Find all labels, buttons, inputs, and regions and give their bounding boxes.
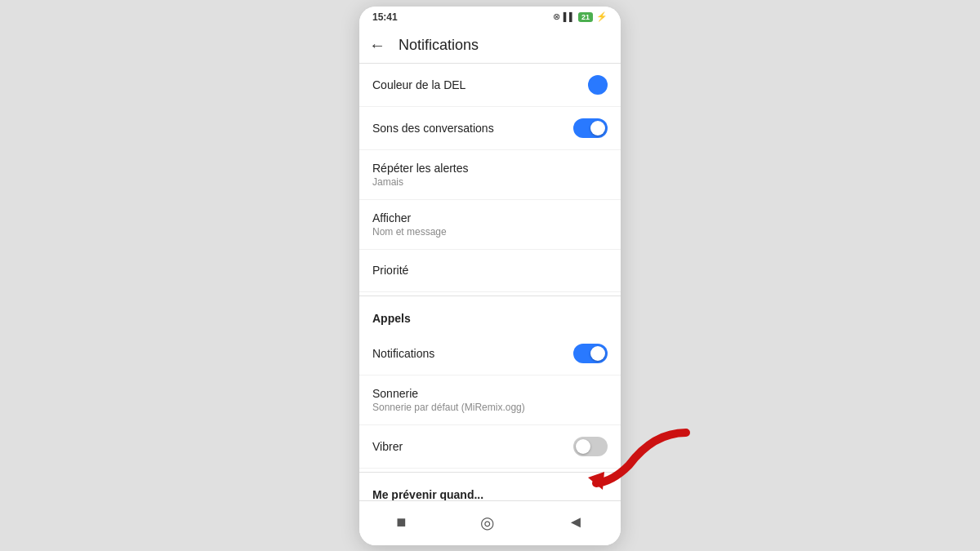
toggle-notifications-appels[interactable] — [573, 344, 608, 363]
settings-content: Couleur de la DEL Sons des conversations — [359, 64, 621, 500]
setting-afficher[interactable]: Afficher Nom et message — [359, 200, 621, 250]
header: ← Notifications — [359, 28, 621, 64]
toggle-sons-slider — [573, 118, 608, 138]
nav-back-button[interactable]: ◄ — [561, 509, 590, 535]
setting-priorite[interactable]: Priorité — [359, 250, 621, 292]
page-title: Notifications — [399, 37, 479, 54]
setting-label-sonnerie: Sonnerie — [372, 387, 608, 400]
setting-label-afficher: Afficher — [372, 211, 608, 224]
setting-sublabel-sonnerie: Sonnerie par défaut (MiRemix.ogg) — [372, 402, 608, 413]
mute-icon: ⊗ — [553, 11, 560, 22]
nav-home-button[interactable]: ◎ — [474, 509, 501, 535]
setting-label-priorite: Priorité — [372, 264, 608, 277]
setting-sublabel-repeter: Jamais — [372, 176, 608, 188]
setting-label-notifications-appels: Notifications — [372, 347, 573, 360]
signal-bars-icon: ▌▌ — [564, 12, 575, 21]
setting-sublabel-afficher: Nom et message — [372, 226, 608, 238]
section-label-prevenir: Me prévenir quand... — [372, 488, 483, 500]
setting-label-sons: Sons des conversations — [372, 122, 573, 135]
setting-label-vibrer: Vibrer — [372, 440, 573, 453]
status-time: 15:41 — [372, 11, 398, 23]
battery-indicator: 21 — [578, 12, 593, 22]
status-icons: ⊗ ▌▌ 21 ⚡ — [553, 11, 608, 22]
back-button[interactable]: ← — [369, 36, 385, 55]
setting-repeter-alertes[interactable]: Répéter les alertes Jamais — [359, 150, 621, 200]
section-divider-appels — [359, 295, 621, 296]
setting-label-repeter: Répéter les alertes — [372, 162, 608, 175]
section-header-prevenir: Me prévenir quand... — [359, 476, 621, 500]
nav-square-button[interactable]: ■ — [390, 509, 412, 535]
section-divider-prevenir — [359, 472, 621, 473]
settings-list: Couleur de la DEL Sons des conversations — [359, 64, 621, 500]
toggle-notifications-appels-slider — [573, 344, 608, 363]
toggle-vibrer-slider — [573, 437, 608, 456]
nav-bar: ■ ◎ ◄ — [359, 500, 621, 545]
section-header-appels: Appels — [359, 300, 621, 332]
setting-sonnerie[interactable]: Sonnerie Sonnerie par défaut (MiRemix.og… — [359, 375, 621, 425]
toggle-vibrer[interactable] — [573, 437, 608, 456]
setting-label-couleur-del: Couleur de la DEL — [372, 78, 588, 91]
setting-notifications-appels[interactable]: Notifications — [359, 332, 621, 375]
toggle-sons[interactable] — [573, 118, 608, 138]
section-label-appels: Appels — [372, 312, 411, 325]
charging-icon: ⚡ — [596, 11, 608, 22]
status-bar: 15:41 ⊗ ▌▌ 21 ⚡ — [359, 7, 621, 28]
setting-sons-conversations[interactable]: Sons des conversations — [359, 107, 621, 150]
setting-vibrer[interactable]: Vibrer — [359, 425, 621, 469]
setting-couleur-del[interactable]: Couleur de la DEL — [359, 64, 621, 107]
led-indicator — [588, 75, 608, 95]
